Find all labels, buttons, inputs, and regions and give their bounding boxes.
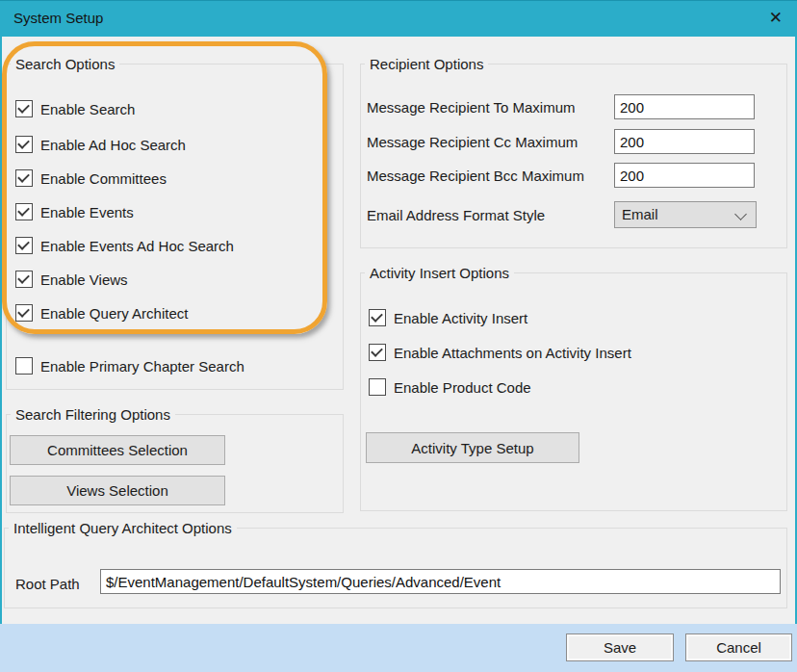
row-enable-events-adhoc: Enable Events Ad Hoc Search xyxy=(15,237,234,254)
checkmark-icon xyxy=(371,310,383,323)
row-email-format-style: Email Address Format Style Email xyxy=(367,201,781,228)
email-format-style-label: Email Address Format Style xyxy=(367,207,545,223)
row-enable-adhoc-search: Enable Ad Hoc Search xyxy=(15,136,186,153)
checkmark-icon xyxy=(17,137,30,149)
group-activity-insert: Activity Insert Options Enable Activity … xyxy=(360,272,787,511)
group-search-filtering-label: Search Filtering Options xyxy=(11,406,175,423)
group-search-options: Search Options Enable Search Enable Ad H… xyxy=(6,64,344,390)
row-enable-primary-chapter-search: Enable Primary Chapter Search xyxy=(15,357,244,375)
enable-activity-insert-checkbox[interactable] xyxy=(369,309,386,326)
group-search-filtering: Search Filtering Options Committees Sele… xyxy=(6,414,344,513)
group-search-options-label: Search Options xyxy=(11,56,119,72)
checkmark-icon xyxy=(17,101,30,114)
enable-search-checkbox[interactable] xyxy=(15,100,33,117)
group-iqa-options-label: Intelligent Query Architect Options xyxy=(9,520,237,536)
cancel-button[interactable]: Cancel xyxy=(685,633,792,661)
views-selection-button[interactable]: Views Selection xyxy=(10,476,225,505)
group-recipient-options: Recipient Options Message Recipient To M… xyxy=(360,64,787,248)
row-recipient-cc-max: Message Recipient Cc Maximum xyxy=(367,129,781,154)
recipient-to-max-input[interactable] xyxy=(614,94,755,119)
group-recipient-options-label: Recipient Options xyxy=(365,56,488,72)
system-setup-dialog: System Setup ✕ Search Options Enable Sea… xyxy=(0,0,797,672)
recipient-cc-max-input[interactable] xyxy=(614,129,755,154)
root-path-label: Root Path xyxy=(15,576,80,592)
enable-views-checkbox[interactable] xyxy=(15,271,33,288)
window-title: System Setup xyxy=(13,10,103,26)
enable-events-label: Enable Events xyxy=(40,204,134,220)
row-enable-search: Enable Search xyxy=(15,100,135,117)
recipient-bcc-max-label: Message Recipient Bcc Maximum xyxy=(367,168,584,184)
enable-primary-chapter-search-checkbox[interactable] xyxy=(15,357,33,375)
checkmark-icon xyxy=(371,345,383,357)
chevron-down-icon xyxy=(734,208,747,220)
window-left-border xyxy=(0,37,2,624)
enable-product-code-label: Enable Product Code xyxy=(394,379,531,396)
recipient-to-max-label: Message Recipient To Maximum xyxy=(367,99,575,116)
row-enable-committees: Enable Committees xyxy=(15,169,167,187)
row-enable-events: Enable Events xyxy=(15,203,134,220)
row-enable-views: Enable Views xyxy=(15,271,128,288)
enable-search-label: Enable Search xyxy=(40,101,135,117)
row-recipient-to-max: Message Recipient To Maximum xyxy=(367,94,781,119)
row-recipient-bcc-max: Message Recipient Bcc Maximum xyxy=(367,163,781,188)
enable-events-checkbox[interactable] xyxy=(15,203,33,220)
footer-bar: Save Cancel xyxy=(0,624,797,672)
enable-events-adhoc-checkbox[interactable] xyxy=(15,237,33,254)
row-enable-product-code: Enable Product Code xyxy=(369,378,531,396)
enable-views-label: Enable Views xyxy=(40,271,128,288)
checkmark-icon xyxy=(17,170,30,183)
enable-primary-chapter-search-label: Enable Primary Chapter Search xyxy=(40,358,244,375)
checkmark-icon xyxy=(17,271,30,284)
group-iqa-options: Intelligent Query Architect Options Root… xyxy=(4,528,787,608)
enable-product-code-checkbox[interactable] xyxy=(369,378,386,396)
root-path-input[interactable] xyxy=(100,569,781,594)
activity-type-setup-button[interactable]: Activity Type Setup xyxy=(366,432,579,463)
enable-attachments-label: Enable Attachments on Activity Insert xyxy=(394,345,631,361)
enable-events-adhoc-label: Enable Events Ad Hoc Search xyxy=(40,238,234,254)
email-format-dropdown-value: Email xyxy=(622,206,658,222)
row-enable-attachments: Enable Attachments on Activity Insert xyxy=(369,344,631,361)
checkmark-icon xyxy=(17,238,30,250)
recipient-bcc-max-input[interactable] xyxy=(614,163,755,188)
enable-activity-insert-label: Enable Activity Insert xyxy=(394,310,527,326)
enable-adhoc-search-checkbox[interactable] xyxy=(15,136,33,153)
committees-selection-button[interactable]: Committees Selection xyxy=(10,435,225,465)
email-format-dropdown[interactable]: Email xyxy=(614,201,757,228)
titlebar: System Setup ✕ xyxy=(0,0,797,37)
recipient-cc-max-label: Message Recipient Cc Maximum xyxy=(367,134,578,150)
enable-committees-checkbox[interactable] xyxy=(15,169,33,187)
row-enable-query-architect: Enable Query Architect xyxy=(15,304,188,322)
enable-committees-label: Enable Committees xyxy=(40,170,167,187)
close-icon[interactable]: ✕ xyxy=(769,9,783,28)
row-enable-activity-insert: Enable Activity Insert xyxy=(369,309,527,326)
save-button[interactable]: Save xyxy=(566,633,674,661)
group-activity-insert-label: Activity Insert Options xyxy=(365,265,514,281)
checkmark-icon xyxy=(17,204,30,217)
enable-query-architect-label: Enable Query Architect xyxy=(40,305,188,322)
checkmark-icon xyxy=(17,305,30,318)
enable-query-architect-checkbox[interactable] xyxy=(15,304,33,322)
enable-adhoc-search-label: Enable Ad Hoc Search xyxy=(40,137,186,153)
enable-attachments-checkbox[interactable] xyxy=(369,344,386,361)
